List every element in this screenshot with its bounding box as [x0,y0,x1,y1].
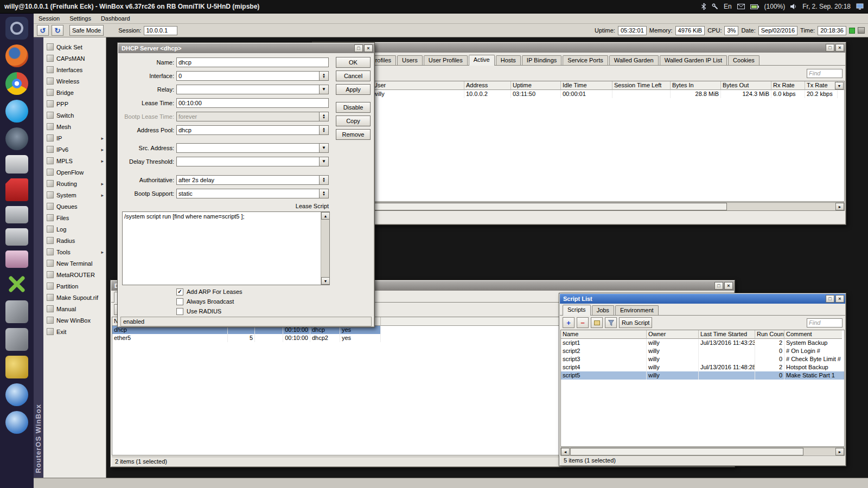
launcher-firefox-icon[interactable] [5,44,28,67]
script-find-input[interactable] [807,318,843,328]
sidebar-item-mpls[interactable]: MPLS▸ [43,155,106,166]
cancel-button[interactable]: Cancel [336,70,371,81]
sidebar-item-mesh[interactable]: Mesh [43,121,106,132]
col-bytes-in[interactable]: Bytes In [671,81,721,90]
bluetooth-icon[interactable] [701,3,706,10]
sidebar-item-openflow[interactable]: OpenFlow [43,166,106,178]
close-icon[interactable]: × [724,282,733,290]
col-tx-rate[interactable]: Tx Rate [805,81,838,90]
scroll-down-icon[interactable]: ▼ [321,277,330,285]
close-icon[interactable]: × [835,295,844,303]
sidebar-item-partition[interactable]: Partition [43,280,106,292]
sidebar-item-ipv6[interactable]: IPv6▸ [43,144,106,155]
launcher-skype-icon[interactable] [5,100,28,123]
col-owner[interactable]: Owner [647,330,699,339]
address-pool-updown-icon[interactable]: ▲▼ [320,125,329,135]
sidebar-item-routing[interactable]: Routing▸ [43,178,106,189]
col-address[interactable]: Address [464,81,511,90]
sidebar-item-ip[interactable]: IP▸ [43,132,106,144]
interface-field[interactable] [176,71,320,81]
sidebar-item-bridge[interactable]: Bridge [43,87,106,98]
interface-updown-icon[interactable]: ▲▼ [320,71,329,81]
launcher-sdcard-icon[interactable] [5,178,28,201]
tab-scripts[interactable]: Scripts [563,305,591,316]
col-name[interactable]: Name [561,330,647,339]
bootp-lease-updown-icon[interactable]: ▲▼ [320,112,329,121]
tab-ip-bindings[interactable]: IP Bindings [522,55,561,65]
use-radius-checkbox[interactable] [176,308,183,315]
lease-script-vscrollbar[interactable]: ▲ ▼ [321,212,329,285]
script-row-script2[interactable]: script2 willy 0 # On Login # [561,347,844,355]
filter-icon[interactable] [605,317,617,328]
menu-settings[interactable]: Settings [65,14,96,23]
bootp-support-field[interactable] [176,189,320,198]
close-icon[interactable]: × [835,44,844,52]
safe-mode-button[interactable]: Safe Mode [69,25,104,36]
hotspot-find-input[interactable] [807,69,843,78]
wrench-icon[interactable] [712,3,718,10]
col-session-time-left[interactable]: Session Time Left [612,81,671,90]
authoritative-field[interactable] [176,175,320,185]
src-address-field[interactable] [176,143,320,153]
tab-environment[interactable]: Environment [615,305,659,315]
col-run-count[interactable]: Run Count [755,330,784,339]
volume-icon[interactable] [790,3,797,10]
copy-icon[interactable] [591,317,603,328]
lease-script-textarea[interactable]: /system script run [find where name=scri… [123,212,321,285]
session-input[interactable] [144,26,177,35]
tab-users[interactable]: Users [397,55,423,65]
sidebar-item-new-winbox[interactable]: New WinBox [43,314,106,326]
tab-service-ports[interactable]: Service Ports [563,55,608,65]
keyboard-layout[interactable]: En [724,3,732,10]
launcher-shell2-icon[interactable] [5,411,28,434]
disable-button[interactable]: Disable [336,102,371,113]
sidebar-item-metarouter[interactable]: MetaROUTER [43,269,106,280]
menu-session[interactable]: Session [34,14,65,23]
sidebar-item-wireless[interactable]: Wireless [43,75,106,87]
mail-icon[interactable] [737,4,745,9]
add-arp-checkbox[interactable]: ✓ [176,288,183,296]
script-window-titlebar[interactable]: Script List □ × [560,294,845,304]
launcher-settings-icon[interactable] [5,17,28,40]
launcher-shell1-icon[interactable] [5,383,28,406]
tab-active[interactable]: Active [469,55,495,66]
launcher-drive2-icon[interactable] [5,228,28,246]
sidebar-item-capsman[interactable]: CAPsMAN [43,53,106,64]
minimize-icon[interactable]: □ [826,295,834,303]
col-last-time-started[interactable]: Last Time Started [699,330,755,339]
sidebar-item-ppp[interactable]: PPP [43,98,106,110]
delay-threshold-field[interactable] [176,157,320,166]
name-field[interactable] [176,57,329,67]
tab-user-profiles[interactable]: User Profiles [424,55,468,65]
launcher-xchat-icon[interactable] [5,273,28,296]
col-uptime[interactable]: Uptime [511,81,561,90]
address-pool-field[interactable] [176,125,320,135]
apply-button[interactable]: Apply [336,84,371,95]
launcher-tools2-icon[interactable] [5,328,28,351]
sidebar-item-queues[interactable]: Queues [43,201,106,212]
hotspot-window-titlebar[interactable]: Hotspot □ × [313,43,845,53]
sidebar-item-make-supout[interactable]: Make Supout.rif [43,292,106,303]
script-row-script5[interactable]: script5 willy 0 Make Static Part 1 [561,371,844,380]
sidebar-item-radius[interactable]: Radius [43,235,106,246]
menu-dashboard[interactable]: Dashboard [96,14,135,23]
script-row-script4[interactable]: script4 willy Jul/13/2016 11:48:28 2 Hot… [561,363,844,371]
col-idle-time[interactable]: Idle Time [561,81,612,90]
sidebar-item-new-terminal[interactable]: New Terminal [43,258,106,269]
scrollbar-thumb[interactable] [315,203,727,210]
tab-jobs[interactable]: Jobs [592,305,614,315]
hotspot-hscrollbar[interactable]: ► [314,202,845,211]
sidebar-item-tools[interactable]: Tools▸ [43,246,106,258]
undo-button[interactable]: ↺ [37,25,49,36]
dialog-titlebar[interactable]: DHCP Server <dhcp> □ × [118,43,374,53]
redo-button[interactable]: ↻ [52,25,63,36]
script-row-script3[interactable]: script3 willy 0 # Check Byte Limit # [561,355,844,363]
minimize-icon[interactable]: □ [826,44,834,52]
relay-field[interactable] [176,85,320,94]
sidebar-item-interfaces[interactable]: Interfaces [43,64,106,75]
script-row-script1[interactable]: script1 willy Jul/13/2016 11:43:23 2 Sys… [561,339,844,347]
hotspot-active-row[interactable]: willy 10.0.0.2 03:11:50 00:00:01 28.8 Mi… [314,90,844,98]
dhcp-row-ether5[interactable]: ether5 5 00:10:00 dhcp2 yes [112,334,381,342]
tab-hosts[interactable]: Hosts [496,55,521,65]
tab-walled-garden-ip-list[interactable]: Walled Garden IP List [660,55,727,65]
